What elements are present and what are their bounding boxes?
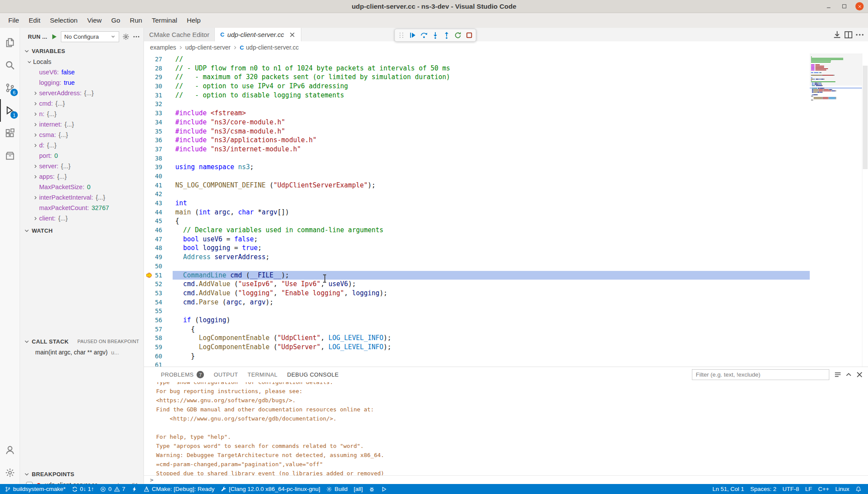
close-icon[interactable] [289,31,296,38]
variable-row[interactable]: maxPacketCount:32767 [20,203,144,213]
line-number[interactable]: 42 [144,190,173,199]
line-number[interactable]: 54 [144,298,173,307]
variable-row[interactable]: d:{...} [20,140,144,150]
line-number[interactable]: 29 [144,73,173,82]
breakpoint-row[interactable]: udp-client-server.ccexampl...51 [20,480,144,484]
code-line[interactable]: 45{ [144,217,810,226]
menu-item-run[interactable]: Run [125,13,147,28]
editor[interactable]: 27//28// - UDP flow from n0 to n1 of 102… [144,53,868,367]
menu-item-help[interactable]: Help [182,13,206,28]
status-cmake-run[interactable] [378,484,390,494]
line-number[interactable]: 45 [144,217,173,226]
line-number[interactable]: 39 [144,163,173,172]
code-line[interactable]: 57 { [144,325,810,334]
scrollbar-thumb[interactable] [863,66,868,169]
line-number[interactable]: 38 [144,154,173,163]
code-line[interactable]: 51 CommandLine cmd (__FILE__); [144,271,810,280]
line-number[interactable]: 56 [144,316,173,325]
continue-icon[interactable] [407,30,418,41]
line-number[interactable]: 61 [144,360,173,367]
more-actions-icon[interactable] [855,30,865,40]
more-actions-icon[interactable] [133,33,140,40]
panel-tab-problems[interactable]: PROBLEMS7 [156,367,209,382]
code-line[interactable]: 53 cmd.AddValue ("logging", "Enable logg… [144,289,810,298]
variable-row[interactable]: server:{...} [20,161,144,171]
code-line[interactable]: 30// - option to use IPv4 or IPv6 addres… [144,82,810,91]
variable-row[interactable]: useV6:false [20,67,144,77]
status-cmake-launch[interactable] [128,484,140,494]
status-cmake-target[interactable]: [all] [351,484,366,494]
status-indentation[interactable]: Spaces: 2 [747,484,779,494]
menu-item-file[interactable]: File [3,13,24,28]
line-number[interactable]: 41 [144,181,173,190]
start-debugging-icon[interactable] [50,33,58,40]
menu-item-terminal[interactable]: Terminal [147,13,182,28]
code-line[interactable]: 47 bool useV6 = false; [144,235,810,244]
status-eol[interactable]: LF [802,484,815,494]
line-number[interactable]: 47 [144,235,173,244]
line-number[interactable]: 60 [144,352,173,361]
restart-icon[interactable] [452,30,464,41]
minimize-icon[interactable] [824,2,833,11]
line-number[interactable]: 27 [144,55,173,64]
status-encoding[interactable]: UTF-8 [779,484,802,494]
breadcrumb-item[interactable]: Cudp-client-server.cc [240,44,299,51]
status-cursor-position[interactable]: Ln 51, Col 1 [709,484,747,494]
step-out-icon[interactable] [441,30,452,41]
chevron-up-icon[interactable] [845,370,853,379]
code-line[interactable]: 44main (int argc, char *argv[]) [144,208,810,217]
gear-icon[interactable] [122,33,130,40]
status-problems[interactable]: 07 [97,484,128,494]
code-line[interactable]: 33#include <fstream> [144,109,810,118]
line-number[interactable]: 59 [144,343,173,352]
line-number[interactable]: 57 [144,325,173,334]
status-cmake-kit[interactable]: [Clang 12.0.0 x86_64-pc-linux-gnu] [217,484,323,494]
line-number[interactable]: 35 [144,127,173,136]
menu-item-view[interactable]: View [82,13,106,28]
maximize-icon[interactable] [840,2,848,11]
variable-row[interactable]: csma:{...} [20,130,144,140]
line-number[interactable]: 50 [144,262,173,271]
code-line[interactable]: 59 LogComponentEnable ("UdpServer", LOG_… [144,343,810,352]
stop-icon[interactable] [464,30,475,41]
watch-section-header[interactable]: WATCH [20,225,144,236]
variables-scope[interactable]: Locals [20,57,144,67]
variable-row[interactable]: cmd:{...} [20,98,144,109]
activity-item-package-explorer[interactable] [0,144,20,167]
line-number[interactable]: 36 [144,136,173,145]
console-filter-input[interactable] [692,369,829,380]
code-line[interactable]: 28// - UDP flow from n0 to n1 of 1024 by… [144,64,810,73]
code-line[interactable]: 41NS_LOG_COMPONENT_DEFINE ("UdpClientSer… [144,181,810,190]
code-line[interactable]: 50 [144,262,810,271]
panel-tab-terminal[interactable]: TERMINAL [243,367,282,382]
status-git-sync[interactable]: 0↓ 1↑ [69,484,97,494]
line-number[interactable]: 52 [144,280,173,289]
lines-icon[interactable] [834,370,842,379]
variable-row[interactable]: internet:{...} [20,119,144,130]
status-git-branch[interactable]: buildsystem-cmake* [2,484,69,494]
line-number[interactable]: 28 [144,64,173,73]
activity-item-run-and-debug[interactable]: 1 [0,99,20,122]
minimap[interactable] [810,53,862,367]
tab-cmake-cache-editor[interactable]: CMake Cache Editor [144,28,215,41]
status-notifications[interactable] [852,484,865,494]
code-line[interactable]: 35#include "ns3/csma-module.h" [144,127,810,136]
line-number[interactable]: 34 [144,118,173,127]
status-os[interactable]: Linux [832,484,852,494]
code-line[interactable]: 31// - option to disable logging stateme… [144,91,810,100]
line-number[interactable]: 33 [144,109,173,118]
line-number[interactable]: 43 [144,199,173,208]
step-over-icon[interactable] [418,30,430,41]
debug-config-select[interactable]: No Configura [61,31,119,42]
code-line[interactable]: 56 if (logging) [144,316,810,325]
activity-item-accounts[interactable] [0,439,20,461]
line-number[interactable]: 44 [144,208,173,217]
code-line[interactable]: 49 Address serverAddress; [144,253,810,262]
panel-tab-output[interactable]: OUTPUT [209,367,243,382]
code-line[interactable]: 43int [144,199,810,208]
split-editor-icon[interactable] [844,30,853,40]
code-line[interactable]: 36#include "ns3/applications-module.h" [144,136,810,145]
breadcrumb-item[interactable]: examples [150,44,176,51]
code-line[interactable]: 38 [144,154,810,163]
variable-row[interactable]: logging:true [20,77,144,88]
